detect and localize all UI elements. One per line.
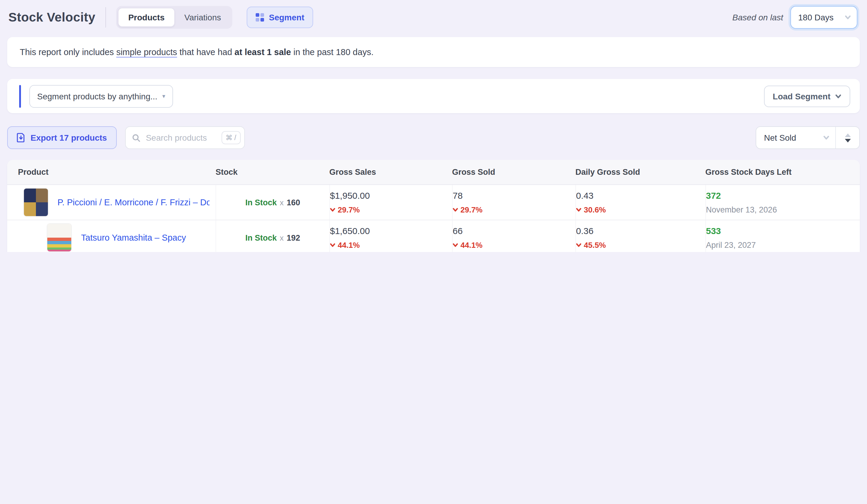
period-select[interactable]: 180 Days [790,6,857,29]
product-link[interactable]: P. Piccioni / E. Morricone / F. Frizzi –… [57,197,210,207]
daily-gross-sold-change-value: 30.6% [584,205,606,214]
search-input[interactable] [144,132,216,143]
column-header-gross-sold[interactable]: Gross Sold [452,168,575,176]
stock-separator: x [280,198,283,207]
gross-sold-value: 78 [453,190,575,201]
column-header-product[interactable]: Product [18,168,216,176]
report-notice: This report only includes simple product… [7,37,860,67]
gross-sales-value: $1,950.00 [330,190,452,201]
gross-sold-change-value: 29.7% [460,205,483,214]
gross-sales-change-value: 44.1% [338,240,360,250]
segment-field-select-value: Segment products by anything... [37,91,158,101]
gross-sales-change-value: 29.7% [338,205,360,214]
daily-gross-sold-change: 45.5% [576,240,705,250]
daily-gross-sold-value: 0.43 [576,190,705,201]
sort-descending-icon [845,139,850,142]
stock-status-badge: In Stock [245,233,277,242]
column-header-stock[interactable]: Stock [216,168,329,176]
gross-sales-change: 29.7% [330,205,452,214]
product-thumbnail [47,224,72,251]
gross-sold-change: 29.7% [453,205,575,214]
table-toolbar: Export 17 products ⌘ / Net Sold [7,126,860,149]
sort-controls: Net Sold [756,126,860,149]
load-segment-label: Load Segment [773,91,831,101]
gross-sold-change-value: 44.1% [460,240,483,250]
stock-days-left-value: 533 [706,226,860,236]
chevron-down-icon [453,207,458,213]
chevron-down-icon [330,207,335,213]
sort-ascending-icon [845,133,850,137]
notice-prefix: This report only includes [20,47,116,57]
gross-sold-change: 44.1% [453,240,575,250]
period-select-value: 180 Days [798,13,834,22]
stock-separator: x [280,233,283,242]
based-on-last-label: Based on last [732,13,783,22]
triangle-down-icon: ▾ [162,93,165,99]
table-row: Tatsuro Yamashita – Spacy In Stock x 192… [7,220,860,252]
segment-button-label: Segment [269,13,304,22]
search-shortcut-badge: ⌘ / [221,131,240,144]
gross-sales-change: 44.1% [330,240,452,250]
sort-metric-select[interactable]: Net Sold [756,127,835,148]
products-table: Product Stock Gross Sales Gross Sold Dai… [7,160,860,252]
chevron-down-icon [845,14,851,20]
chevron-down-icon [576,243,581,248]
stock-velocity-report: Stock Velocity Products Variations Segme… [0,0,867,252]
search-box[interactable]: ⌘ / [125,126,245,149]
daily-gross-sold-change-value: 45.5% [584,240,606,250]
segment-bar: Segment products by anything... ▾ Load S… [7,79,860,113]
segment-field-select[interactable]: Segment products by anything... ▾ [29,85,173,107]
stock-days-left-value: 372 [706,190,860,201]
gross-sales-value: $1,650.00 [330,226,452,236]
chevron-down-icon [823,135,829,141]
export-icon [17,133,25,142]
table-row: P. Piccioni / E. Morricone / F. Frizzi –… [7,185,860,220]
export-button-label: Export 17 products [31,133,107,142]
export-button[interactable]: Export 17 products [7,126,116,149]
table-body: P. Piccioni / E. Morricone / F. Frizzi –… [7,185,860,252]
restock-date: November 13, 2026 [706,205,860,214]
notice-suffix: in the past 180 days. [291,47,374,57]
chevron-down-icon [453,243,458,248]
sort-direction-button[interactable] [835,127,859,148]
load-segment-button[interactable]: Load Segment [764,85,850,107]
product-thumbnail [24,189,48,216]
segment-button[interactable]: Segment [247,7,313,28]
column-header-gross-sales[interactable]: Gross Sales [329,168,452,176]
table-header-row: Product Stock Gross Sales Gross Sold Dai… [7,160,860,185]
notice-middle: that have had [177,47,234,57]
chevron-down-icon [835,93,841,99]
stock-quantity: 160 [287,198,300,207]
simple-products-link[interactable]: simple products [116,47,177,57]
title-divider [105,7,106,28]
grid-icon [256,13,264,22]
notice-bold: at least 1 sale [234,47,291,57]
tab-variations[interactable]: Variations [175,8,231,27]
daily-gross-sold-change: 30.6% [576,205,705,214]
chevron-down-icon [330,243,335,248]
column-header-daily-gross-sold[interactable]: Daily Gross Sold [575,168,705,176]
stock-quantity: 192 [287,233,300,242]
page-title: Stock Velocity [8,10,95,24]
stock-status-badge: In Stock [245,198,277,207]
product-link[interactable]: Tatsuro Yamashita – Spacy [81,233,186,243]
daily-gross-sold-value: 0.36 [576,226,705,236]
sort-metric-value: Net Sold [764,133,796,142]
search-icon [132,134,140,141]
restock-date: April 23, 2027 [706,240,860,250]
chevron-down-icon [576,207,581,213]
view-tabs: Products Variations [116,6,232,29]
segment-accent-line [19,85,21,107]
top-bar: Stock Velocity Products Variations Segme… [0,0,867,33]
tab-products[interactable]: Products [118,8,174,27]
gross-sold-value: 66 [453,226,575,236]
column-header-gross-stock-days-left[interactable]: Gross Stock Days Left [705,168,860,176]
